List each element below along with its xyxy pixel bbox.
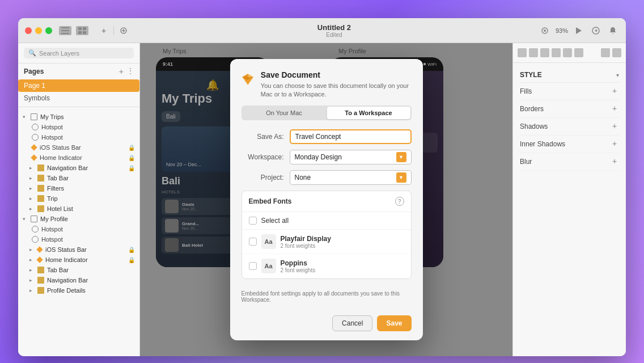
inner-shadows-add-button[interactable]: + — [610, 140, 619, 149]
nav-bar-1-header[interactable]: ▸ Navigation Bar 🔒 — [18, 163, 139, 173]
title-section: Untitled 2 Edited — [130, 23, 539, 38]
search-placeholder: Search Layers — [39, 50, 79, 57]
save-as-row: Save As: — [242, 129, 412, 144]
help-icon[interactable]: ? — [395, 197, 404, 206]
rp-icons-right — [601, 48, 621, 57]
blur-row: Blur + — [520, 153, 619, 171]
search-bar[interactable]: 🔍 Search Layers — [24, 48, 134, 58]
rp-icon-3[interactable] — [540, 48, 549, 57]
save-as-input[interactable] — [290, 129, 412, 144]
tab-to-workspace[interactable]: To a Workspace — [327, 107, 410, 119]
nav-bar-1-label: Navigation Bar — [47, 164, 128, 171]
font-checkbox-0[interactable] — [249, 238, 257, 246]
rp-icon-1[interactable] — [518, 48, 527, 57]
my-profile-group-header[interactable]: ▾ My Profile — [18, 214, 139, 224]
modal-overlay: Save Document You can choose to save thi… — [140, 43, 512, 356]
add-icon[interactable]: + — [98, 26, 110, 35]
rp-icon-2[interactable] — [529, 48, 538, 57]
rp-icon-5[interactable] — [563, 48, 572, 57]
rp-icon-8[interactable] — [612, 48, 621, 57]
tab-bar-1-header[interactable]: ▸ Tab Bar — [18, 173, 139, 183]
svg-rect-0 — [61, 27, 69, 28]
notification-icon[interactable] — [607, 26, 619, 35]
home-indicator-2-header[interactable]: ▸ Home Indicator 🔒 — [18, 255, 139, 265]
circle-icon — [32, 226, 39, 233]
workspace-select[interactable]: Monday Design ▼ — [290, 150, 412, 164]
view-icons — [59, 26, 88, 35]
select-all-checkbox[interactable] — [249, 217, 257, 225]
hotspot-2-item[interactable]: Hotspot — [18, 132, 139, 142]
caret-icon: ▸ — [29, 277, 35, 283]
filters-header[interactable]: ▸ Filters — [18, 183, 139, 193]
hotspot-3-item[interactable]: Hotspot — [18, 224, 139, 234]
layers-toggle-icon[interactable] — [59, 26, 71, 35]
rp-icon-4[interactable] — [552, 48, 561, 57]
minimize-button[interactable] — [35, 27, 42, 34]
nav-bar-2-header[interactable]: ▸ Navigation Bar — [18, 275, 139, 285]
svg-point-9 — [544, 29, 546, 32]
workspace-label: Workspace: — [242, 153, 284, 161]
pages-section: Pages + ⋮ — [18, 64, 139, 79]
hotspot-1-item[interactable]: Hotspot — [18, 122, 139, 132]
modal-tabs: On Your Mac To a Workspace — [242, 105, 412, 120]
tab-bar-2-header[interactable]: ▸ Tab Bar — [18, 265, 139, 275]
rp-icon-6[interactable] — [574, 48, 583, 57]
cancel-button[interactable]: Cancel — [332, 315, 372, 331]
project-select[interactable]: None ▼ — [290, 170, 412, 185]
font-name-0: Playfair Display — [281, 235, 331, 243]
pages-menu-icon[interactable]: ⋮ — [127, 67, 134, 76]
my-trips-label: My Trips — [40, 113, 135, 120]
profile-details-label: Profile Details — [47, 287, 135, 294]
frame-icon — [31, 113, 37, 120]
close-button[interactable] — [25, 27, 32, 34]
modal-header: Save Document You can choose to save thi… — [230, 59, 423, 106]
page-1-item[interactable]: Page 1 — [18, 79, 139, 92]
borders-add-button[interactable]: + — [610, 104, 619, 113]
share-icon[interactable] — [590, 26, 602, 35]
add-page-icon[interactable]: + — [119, 67, 124, 76]
select-all-label: Select all — [261, 217, 289, 225]
font-item-1: Aa Poppins 2 font weights — [242, 254, 411, 278]
embed-fonts-section: Embed Fonts ? Select all Aa Playfair Dis… — [242, 191, 412, 279]
hotel-list-header[interactable]: ▸ Hotel List — [18, 204, 139, 214]
font-select-all-row: Select all — [242, 212, 411, 230]
caret-icon: ▾ — [23, 216, 28, 222]
hotspot-3-label: Hotspot — [41, 226, 63, 233]
save-button[interactable]: Save — [377, 315, 411, 331]
lock-icon-4: 🔒 — [128, 247, 135, 253]
main-content: 🔍 Search Layers Pages + ⋮ Page 1 Symbols… — [18, 43, 626, 356]
grid-toggle-icon[interactable] — [76, 26, 88, 35]
svg-rect-2 — [61, 33, 69, 34]
right-panel: STYLE ▾ Fills + Borders + Shadows + Inne… — [512, 43, 626, 356]
hotspot-2-label: Hotspot — [41, 134, 63, 141]
preview-icon[interactable] — [539, 26, 551, 35]
lock-icon-3: 🔒 — [128, 165, 135, 171]
trip-header[interactable]: ▸ Trip — [18, 193, 139, 204]
profile-details-header[interactable]: ▸ Profile Details — [18, 285, 139, 296]
blur-add-button[interactable]: + — [610, 157, 619, 166]
font-weights-1: 2 font weights — [281, 267, 316, 273]
diamond-icon — [31, 144, 37, 150]
folder-icon — [37, 287, 44, 294]
hotspot-4-item[interactable]: Hotspot — [18, 234, 139, 244]
ios-status-bar-2-header[interactable]: ▸ iOS Status Bar 🔒 — [18, 244, 139, 255]
style-chevron-icon[interactable]: ▾ — [616, 72, 619, 78]
caret-icon: ▸ — [29, 206, 35, 212]
maximize-button[interactable] — [45, 27, 52, 34]
my-trips-group-header[interactable]: ▾ My Trips — [18, 112, 139, 122]
font-checkbox-1[interactable] — [249, 262, 257, 270]
ios-status-bar-1-item[interactable]: iOS Status Bar 🔒 — [18, 142, 139, 153]
rp-icon-7[interactable] — [601, 48, 610, 57]
tab-bar-2-label: Tab Bar — [47, 267, 135, 273]
home-indicator-1-item[interactable]: Home Indicator 🔒 — [18, 153, 139, 163]
caret-icon: ▸ — [29, 196, 35, 201]
fills-add-button[interactable]: + — [610, 87, 619, 96]
style-header: STYLE ▾ — [520, 67, 619, 83]
symbols-item[interactable]: Symbols — [18, 92, 139, 104]
shadows-add-button[interactable]: + — [610, 122, 619, 131]
trip-label: Trip — [47, 195, 135, 202]
modal-description: You can choose to save this document loc… — [261, 82, 412, 99]
play-icon[interactable] — [573, 26, 585, 35]
tab-on-your-mac[interactable]: On Your Mac — [243, 107, 326, 119]
insert-icon[interactable] — [117, 26, 130, 35]
